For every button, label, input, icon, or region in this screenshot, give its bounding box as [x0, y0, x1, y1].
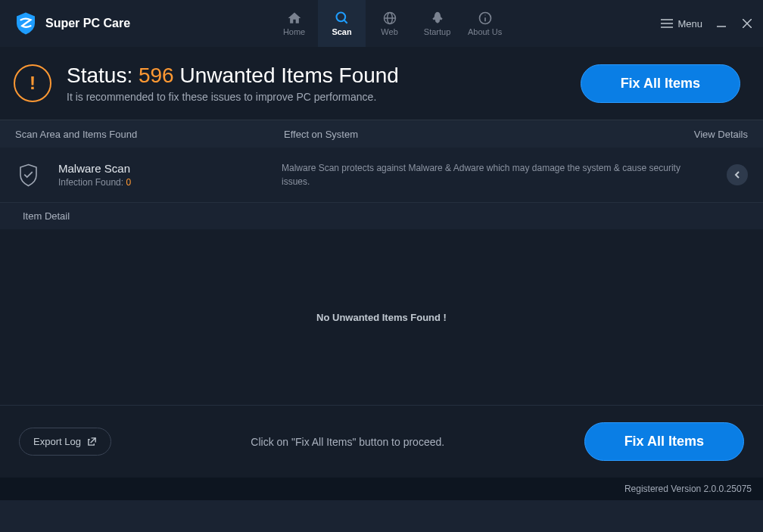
- fix-all-button-bottom[interactable]: Fix All Items: [584, 422, 744, 461]
- search-icon: [335, 11, 350, 26]
- infection-count: 0: [126, 177, 131, 188]
- menu-label: Menu: [677, 18, 702, 30]
- col-scan-area: Scan Area and Items Found: [15, 129, 284, 140]
- item-detail-header: Item Detail: [0, 203, 763, 229]
- svg-point-0: [336, 13, 345, 22]
- close-button[interactable]: [740, 17, 754, 30]
- home-icon: [287, 11, 302, 26]
- status-text: Status: 596 Unwanted Items Found It is r…: [67, 64, 581, 103]
- info-icon: [478, 11, 493, 26]
- minimize-button[interactable]: [715, 17, 728, 30]
- scan-category-detail: Infection Found: 0: [58, 177, 282, 188]
- tab-label: Web: [381, 27, 397, 36]
- tab-startup[interactable]: Startup: [413, 0, 461, 47]
- tab-scan[interactable]: Scan: [318, 0, 366, 47]
- tab-web[interactable]: Web: [366, 0, 413, 47]
- scan-category-title: Malware Scan: [58, 162, 282, 175]
- scan-category-row: Malware Scan Infection Found: 0 Malware …: [0, 148, 763, 203]
- view-details-link[interactable]: View Details: [694, 129, 748, 140]
- tab-label: About Us: [468, 27, 502, 36]
- tab-home[interactable]: Home: [270, 0, 318, 47]
- collapse-button[interactable]: [727, 164, 748, 185]
- fix-all-button[interactable]: Fix All Items: [581, 64, 740, 103]
- rocket-icon: [430, 11, 445, 26]
- footer: Export Log Click on "Fix All Items" butt…: [0, 405, 763, 478]
- status-subtitle: It is recommended to fix these issues to…: [67, 91, 581, 103]
- hamburger-icon: [661, 19, 673, 28]
- status-section: ! Status: 596 Unwanted Items Found It is…: [0, 47, 763, 120]
- infection-label: Infection Found:: [58, 177, 126, 188]
- status-count: 596: [139, 64, 174, 87]
- window-controls: Menu: [661, 0, 754, 47]
- logo-area: Super PC Care: [0, 11, 130, 36]
- status-bar: Registered Version 2.0.0.25075: [0, 478, 763, 500]
- export-log-button[interactable]: Export Log: [19, 428, 111, 456]
- status-title: Status: 596 Unwanted Items Found: [67, 64, 581, 88]
- tab-about[interactable]: About Us: [461, 0, 509, 47]
- warning-icon: !: [14, 64, 51, 102]
- tab-label: Scan: [332, 27, 351, 36]
- globe-icon: [382, 11, 397, 26]
- status-suffix: Unwanted Items Found: [174, 64, 399, 87]
- chevron-left-icon: [733, 170, 741, 179]
- table-header: Scan Area and Items Found Effect on Syst…: [0, 120, 763, 148]
- nav-tabs: Home Scan Web Startup About Us: [270, 0, 509, 47]
- scan-info: Malware Scan Infection Found: 0: [58, 162, 282, 188]
- col-effect: Effect on System: [284, 129, 694, 140]
- export-icon: [87, 437, 97, 446]
- app-logo-icon: [14, 11, 38, 36]
- menu-button[interactable]: Menu: [661, 18, 702, 30]
- empty-results: No Unwanted Items Found !: [0, 229, 763, 405]
- status-prefix: Status:: [67, 64, 139, 87]
- tab-label: Home: [283, 27, 305, 36]
- scan-category-description: Malware Scan protects against Malware & …: [282, 161, 727, 188]
- export-label: Export Log: [33, 436, 81, 447]
- shield-check-icon: [15, 162, 42, 188]
- version-label: Registered Version 2.0.0.25075: [624, 484, 752, 494]
- tab-label: Startup: [424, 27, 450, 36]
- footer-hint: Click on "Fix All Items" button to proce…: [111, 436, 584, 448]
- app-title: Super PC Care: [45, 17, 130, 30]
- app-header: Super PC Care Home Scan Web Startup: [0, 0, 763, 47]
- svg-line-1: [344, 20, 347, 23]
